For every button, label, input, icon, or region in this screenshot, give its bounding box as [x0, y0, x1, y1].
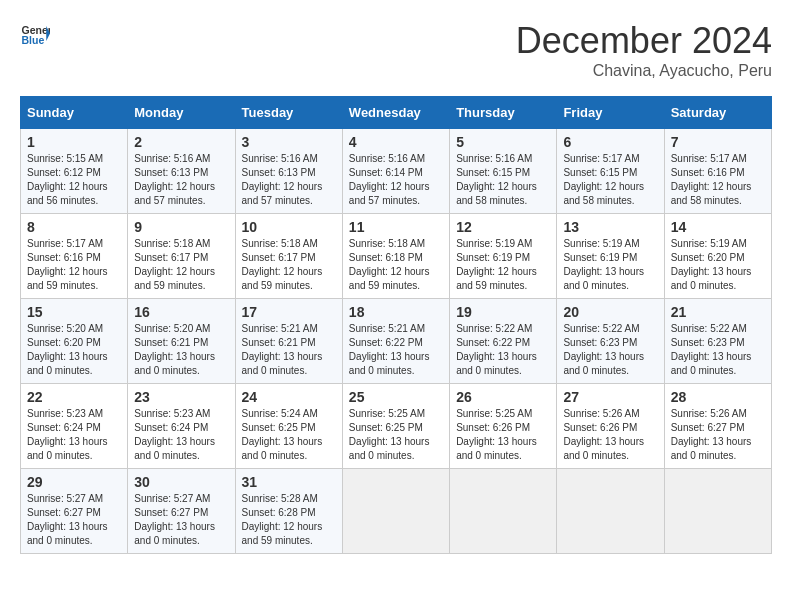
- day-info: Sunrise: 5:25 AMSunset: 6:26 PMDaylight:…: [456, 408, 537, 461]
- calendar-day: 12Sunrise: 5:19 AMSunset: 6:19 PMDayligh…: [450, 214, 557, 299]
- day-info: Sunrise: 5:19 AMSunset: 6:19 PMDaylight:…: [563, 238, 644, 291]
- calendar-day: [450, 469, 557, 554]
- day-number: 3: [242, 134, 336, 150]
- calendar-day: 17Sunrise: 5:21 AMSunset: 6:21 PMDayligh…: [235, 299, 342, 384]
- calendar-day: 1Sunrise: 5:15 AMSunset: 6:12 PMDaylight…: [21, 129, 128, 214]
- calendar-day: 19Sunrise: 5:22 AMSunset: 6:22 PMDayligh…: [450, 299, 557, 384]
- day-info: Sunrise: 5:19 AMSunset: 6:19 PMDaylight:…: [456, 238, 537, 291]
- calendar-day: 11Sunrise: 5:18 AMSunset: 6:18 PMDayligh…: [342, 214, 449, 299]
- calendar-day: 6Sunrise: 5:17 AMSunset: 6:15 PMDaylight…: [557, 129, 664, 214]
- calendar-week-2: 8Sunrise: 5:17 AMSunset: 6:16 PMDaylight…: [21, 214, 772, 299]
- day-info: Sunrise: 5:27 AMSunset: 6:27 PMDaylight:…: [27, 493, 108, 546]
- day-number: 9: [134, 219, 228, 235]
- day-number: 27: [563, 389, 657, 405]
- day-number: 19: [456, 304, 550, 320]
- day-info: Sunrise: 5:17 AMSunset: 6:16 PMDaylight:…: [27, 238, 108, 291]
- day-number: 12: [456, 219, 550, 235]
- calendar-week-5: 29Sunrise: 5:27 AMSunset: 6:27 PMDayligh…: [21, 469, 772, 554]
- day-number: 8: [27, 219, 121, 235]
- day-info: Sunrise: 5:17 AMSunset: 6:15 PMDaylight:…: [563, 153, 644, 206]
- calendar-day: 21Sunrise: 5:22 AMSunset: 6:23 PMDayligh…: [664, 299, 771, 384]
- header-cell-saturday: Saturday: [664, 97, 771, 129]
- month-title: December 2024: [516, 20, 772, 62]
- day-number: 7: [671, 134, 765, 150]
- header-row: SundayMondayTuesdayWednesdayThursdayFrid…: [21, 97, 772, 129]
- day-info: Sunrise: 5:23 AMSunset: 6:24 PMDaylight:…: [134, 408, 215, 461]
- calendar-day: 28Sunrise: 5:26 AMSunset: 6:27 PMDayligh…: [664, 384, 771, 469]
- day-number: 31: [242, 474, 336, 490]
- day-info: Sunrise: 5:25 AMSunset: 6:25 PMDaylight:…: [349, 408, 430, 461]
- day-number: 21: [671, 304, 765, 320]
- day-number: 15: [27, 304, 121, 320]
- calendar-day: 26Sunrise: 5:25 AMSunset: 6:26 PMDayligh…: [450, 384, 557, 469]
- day-info: Sunrise: 5:24 AMSunset: 6:25 PMDaylight:…: [242, 408, 323, 461]
- day-number: 14: [671, 219, 765, 235]
- day-number: 18: [349, 304, 443, 320]
- calendar-day: [664, 469, 771, 554]
- calendar-day: [342, 469, 449, 554]
- calendar-day: 23Sunrise: 5:23 AMSunset: 6:24 PMDayligh…: [128, 384, 235, 469]
- day-info: Sunrise: 5:20 AMSunset: 6:21 PMDaylight:…: [134, 323, 215, 376]
- header-cell-friday: Friday: [557, 97, 664, 129]
- day-info: Sunrise: 5:18 AMSunset: 6:18 PMDaylight:…: [349, 238, 430, 291]
- day-info: Sunrise: 5:23 AMSunset: 6:24 PMDaylight:…: [27, 408, 108, 461]
- day-info: Sunrise: 5:17 AMSunset: 6:16 PMDaylight:…: [671, 153, 752, 206]
- calendar-day: 15Sunrise: 5:20 AMSunset: 6:20 PMDayligh…: [21, 299, 128, 384]
- day-number: 20: [563, 304, 657, 320]
- day-number: 10: [242, 219, 336, 235]
- location-title: Chavina, Ayacucho, Peru: [516, 62, 772, 80]
- logo-icon: General Blue: [20, 20, 50, 50]
- calendar-week-1: 1Sunrise: 5:15 AMSunset: 6:12 PMDaylight…: [21, 129, 772, 214]
- calendar-day: [557, 469, 664, 554]
- header-cell-monday: Monday: [128, 97, 235, 129]
- header-cell-wednesday: Wednesday: [342, 97, 449, 129]
- day-info: Sunrise: 5:19 AMSunset: 6:20 PMDaylight:…: [671, 238, 752, 291]
- calendar-day: 2Sunrise: 5:16 AMSunset: 6:13 PMDaylight…: [128, 129, 235, 214]
- day-number: 6: [563, 134, 657, 150]
- day-info: Sunrise: 5:26 AMSunset: 6:26 PMDaylight:…: [563, 408, 644, 461]
- day-number: 2: [134, 134, 228, 150]
- calendar-day: 31Sunrise: 5:28 AMSunset: 6:28 PMDayligh…: [235, 469, 342, 554]
- header-cell-thursday: Thursday: [450, 97, 557, 129]
- day-info: Sunrise: 5:18 AMSunset: 6:17 PMDaylight:…: [242, 238, 323, 291]
- calendar-day: 16Sunrise: 5:20 AMSunset: 6:21 PMDayligh…: [128, 299, 235, 384]
- day-number: 17: [242, 304, 336, 320]
- calendar-day: 10Sunrise: 5:18 AMSunset: 6:17 PMDayligh…: [235, 214, 342, 299]
- day-number: 25: [349, 389, 443, 405]
- day-number: 23: [134, 389, 228, 405]
- day-number: 5: [456, 134, 550, 150]
- calendar-day: 24Sunrise: 5:24 AMSunset: 6:25 PMDayligh…: [235, 384, 342, 469]
- day-info: Sunrise: 5:18 AMSunset: 6:17 PMDaylight:…: [134, 238, 215, 291]
- day-number: 13: [563, 219, 657, 235]
- day-info: Sunrise: 5:16 AMSunset: 6:13 PMDaylight:…: [134, 153, 215, 206]
- calendar-day: 8Sunrise: 5:17 AMSunset: 6:16 PMDaylight…: [21, 214, 128, 299]
- day-info: Sunrise: 5:22 AMSunset: 6:23 PMDaylight:…: [563, 323, 644, 376]
- title-area: December 2024 Chavina, Ayacucho, Peru: [516, 20, 772, 80]
- day-info: Sunrise: 5:16 AMSunset: 6:15 PMDaylight:…: [456, 153, 537, 206]
- calendar-day: 9Sunrise: 5:18 AMSunset: 6:17 PMDaylight…: [128, 214, 235, 299]
- svg-text:Blue: Blue: [22, 34, 45, 46]
- header-cell-sunday: Sunday: [21, 97, 128, 129]
- calendar-day: 30Sunrise: 5:27 AMSunset: 6:27 PMDayligh…: [128, 469, 235, 554]
- day-info: Sunrise: 5:21 AMSunset: 6:22 PMDaylight:…: [349, 323, 430, 376]
- day-info: Sunrise: 5:20 AMSunset: 6:20 PMDaylight:…: [27, 323, 108, 376]
- day-info: Sunrise: 5:27 AMSunset: 6:27 PMDaylight:…: [134, 493, 215, 546]
- calendar-table: SundayMondayTuesdayWednesdayThursdayFrid…: [20, 96, 772, 554]
- day-number: 16: [134, 304, 228, 320]
- day-number: 1: [27, 134, 121, 150]
- calendar-week-4: 22Sunrise: 5:23 AMSunset: 6:24 PMDayligh…: [21, 384, 772, 469]
- day-info: Sunrise: 5:15 AMSunset: 6:12 PMDaylight:…: [27, 153, 108, 206]
- day-info: Sunrise: 5:16 AMSunset: 6:14 PMDaylight:…: [349, 153, 430, 206]
- calendar-day: 5Sunrise: 5:16 AMSunset: 6:15 PMDaylight…: [450, 129, 557, 214]
- day-number: 4: [349, 134, 443, 150]
- day-number: 28: [671, 389, 765, 405]
- calendar-day: 4Sunrise: 5:16 AMSunset: 6:14 PMDaylight…: [342, 129, 449, 214]
- logo: General Blue: [20, 20, 50, 50]
- calendar-day: 22Sunrise: 5:23 AMSunset: 6:24 PMDayligh…: [21, 384, 128, 469]
- calendar-day: 20Sunrise: 5:22 AMSunset: 6:23 PMDayligh…: [557, 299, 664, 384]
- calendar-day: 13Sunrise: 5:19 AMSunset: 6:19 PMDayligh…: [557, 214, 664, 299]
- calendar-day: 3Sunrise: 5:16 AMSunset: 6:13 PMDaylight…: [235, 129, 342, 214]
- header-cell-tuesday: Tuesday: [235, 97, 342, 129]
- calendar-day: 29Sunrise: 5:27 AMSunset: 6:27 PMDayligh…: [21, 469, 128, 554]
- day-info: Sunrise: 5:16 AMSunset: 6:13 PMDaylight:…: [242, 153, 323, 206]
